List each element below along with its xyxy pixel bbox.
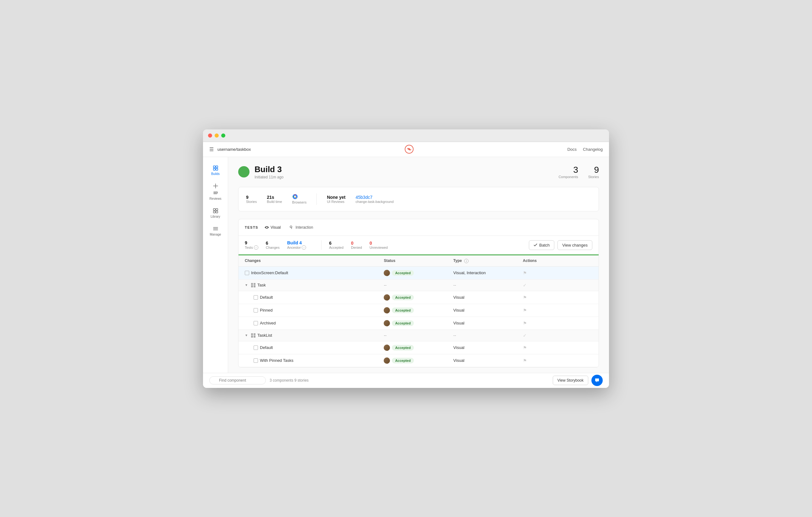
app-container: ☰ username/taskbox Docs Changelog bbox=[203, 142, 609, 388]
svg-rect-8 bbox=[213, 211, 215, 213]
table-row: ▼ Task -- -- bbox=[238, 279, 599, 291]
action-icon[interactable]: ⚑ bbox=[523, 270, 527, 275]
info-divider bbox=[316, 193, 317, 205]
svg-rect-7 bbox=[216, 209, 218, 210]
row-actions-task-default: ⚑ bbox=[523, 295, 592, 300]
row-actions-tasklist-group: ✓ bbox=[523, 333, 592, 338]
topnav-right: Docs Changelog bbox=[567, 147, 603, 152]
avatar bbox=[384, 358, 390, 364]
row-actions-inbox: ⚑ bbox=[523, 270, 592, 275]
topnav-center bbox=[251, 145, 567, 154]
row-type-task-default: Visual bbox=[454, 295, 523, 300]
row-label-task-default: Default bbox=[260, 295, 273, 300]
build-status-indicator bbox=[238, 166, 250, 178]
stories-count: 9 bbox=[594, 165, 599, 175]
denied-value: 0 bbox=[351, 241, 362, 246]
bottom-bar: 🔍 3 components 9 stories View Storybook bbox=[203, 373, 609, 388]
search-wrapper: 🔍 bbox=[209, 376, 266, 385]
table-row: ▼ TaskList -- -- bbox=[238, 330, 599, 341]
manage-icon bbox=[213, 226, 219, 232]
commit-branch: change-task-background bbox=[356, 200, 394, 204]
component-single-icon bbox=[245, 271, 249, 275]
svg-rect-3 bbox=[216, 166, 218, 168]
action-icon[interactable]: ✓ bbox=[523, 283, 527, 288]
menu-icon[interactable]: ☰ bbox=[209, 146, 214, 152]
col-header-actions: Actions bbox=[523, 258, 592, 263]
svg-rect-9 bbox=[216, 211, 218, 213]
action-icon[interactable]: ⚑ bbox=[523, 295, 527, 300]
component-single-icon bbox=[254, 295, 258, 300]
tests-stats: 9 Tests i 6 Changes Build 4 bbox=[238, 236, 599, 255]
reviews-icon bbox=[213, 183, 219, 189]
action-icon[interactable]: ⚑ bbox=[523, 308, 527, 313]
row-label-tasklist-group: TaskList bbox=[257, 333, 272, 338]
component-grid-icon bbox=[251, 333, 256, 338]
svg-rect-4 bbox=[213, 169, 215, 170]
row-status-tasklist-group: -- bbox=[384, 333, 453, 338]
denied-stat: 0 Denied bbox=[351, 241, 370, 249]
status-badge: Accepted bbox=[392, 345, 414, 351]
tests-title: TESTS bbox=[245, 225, 258, 229]
close-button[interactable] bbox=[208, 133, 212, 138]
view-storybook-button[interactable]: View Storybook bbox=[553, 376, 588, 385]
app-window: ☰ username/taskbox Docs Changelog bbox=[203, 129, 609, 388]
row-name-task-group: ▼ Task bbox=[245, 283, 384, 287]
sidebar-item-library[interactable]: Library bbox=[205, 205, 226, 221]
changes-value: 6 bbox=[266, 241, 280, 246]
avatar bbox=[384, 307, 390, 313]
row-label-task-archived: Archived bbox=[260, 321, 276, 326]
sidebar-item-builds[interactable]: Builds bbox=[205, 162, 226, 179]
component-single-icon bbox=[254, 321, 258, 326]
svg-rect-6 bbox=[213, 209, 215, 210]
svg-rect-5 bbox=[216, 169, 218, 170]
search-input[interactable] bbox=[209, 376, 266, 385]
build-header: Build 3 Initiated 11m ago 3 Components 9… bbox=[238, 164, 599, 179]
batch-button[interactable]: Batch bbox=[529, 240, 554, 250]
chat-button[interactable] bbox=[591, 375, 603, 386]
tests-count-stat: 9 Tests i bbox=[245, 240, 266, 250]
table-row: Archived Accepted Visual ⚑ bbox=[238, 317, 599, 330]
ui-reviews-label: UI Reviews bbox=[327, 200, 345, 204]
unreviewed-value: 0 bbox=[370, 241, 388, 246]
row-actions-task-archived: ⚑ bbox=[523, 321, 592, 326]
build-time-label: Build time bbox=[267, 200, 282, 204]
row-label-inbox: InboxScreen:Default bbox=[251, 270, 288, 275]
sidebar-item-reviews[interactable]: Reviews bbox=[205, 180, 226, 204]
tests-info-icon: i bbox=[254, 245, 258, 250]
browsers-info: Browsers bbox=[292, 194, 317, 204]
commit-hash-link[interactable]: 45b3dc7 bbox=[356, 195, 373, 200]
filter-visual-btn[interactable]: Visual bbox=[262, 224, 283, 231]
row-label-task-pinned: Pinned bbox=[260, 308, 272, 312]
row-status-tasklist-default: Accepted bbox=[384, 344, 453, 351]
ancestor-value[interactable]: Build 4 bbox=[287, 240, 306, 245]
docs-link[interactable]: Docs bbox=[567, 147, 577, 152]
builds-icon bbox=[213, 165, 219, 171]
changelog-link[interactable]: Changelog bbox=[583, 147, 603, 152]
chat-icon bbox=[594, 378, 600, 383]
row-label-task-group: Task bbox=[257, 283, 266, 287]
tests-count-value: 9 bbox=[245, 240, 258, 245]
action-icon[interactable]: ✓ bbox=[523, 333, 527, 338]
tests-header: TESTS Visual Interaction bbox=[238, 219, 599, 236]
row-actions-task-group: ✓ bbox=[523, 283, 592, 288]
changes-table: Changes Status Type i Actions bbox=[238, 255, 599, 367]
expand-icon[interactable]: ▼ bbox=[245, 334, 248, 337]
action-icon[interactable]: ⚑ bbox=[523, 358, 527, 363]
view-changes-button[interactable]: View changes bbox=[557, 240, 592, 250]
row-status-task-group: -- bbox=[384, 283, 453, 287]
main-content: Build 3 Initiated 11m ago 3 Components 9… bbox=[228, 157, 609, 373]
sidebar-item-manage[interactable]: Manage bbox=[205, 223, 226, 239]
expand-icon[interactable]: ▼ bbox=[245, 283, 248, 287]
info-card: 9 Stories 21s Build time Browsers bbox=[238, 187, 599, 211]
minimize-button[interactable] bbox=[214, 133, 219, 138]
maximize-button[interactable] bbox=[221, 133, 225, 138]
filter-interaction-btn[interactable]: Interaction bbox=[287, 224, 316, 231]
row-name-tasklist-pinned: With Pinned Tasks bbox=[245, 358, 384, 363]
action-icon[interactable]: ⚑ bbox=[523, 321, 527, 326]
component-single-icon bbox=[254, 308, 258, 312]
avatar bbox=[384, 294, 390, 301]
bottom-right: View Storybook bbox=[553, 375, 603, 386]
ancestor-stat: Build 4 Ancestor i bbox=[287, 240, 314, 250]
action-icon[interactable]: ⚑ bbox=[523, 345, 527, 350]
stat-separator bbox=[321, 240, 321, 250]
